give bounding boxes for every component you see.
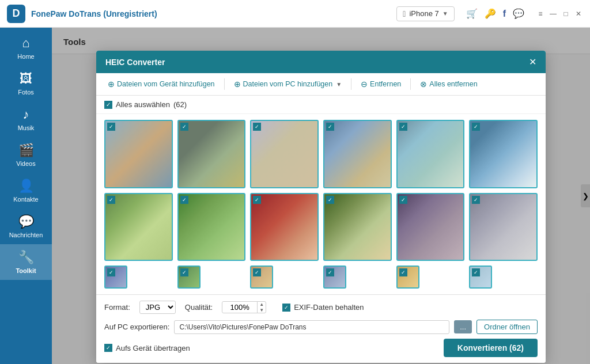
remove-all-x-icon: ⊗ — [420, 79, 427, 89]
photo-cell-8[interactable] — [177, 193, 246, 261]
photo-cell-11[interactable] — [396, 193, 465, 261]
photo-checkbox-9[interactable] — [253, 196, 261, 204]
sidebar-item-toolkit[interactable]: 🔧 Toolkit — [0, 244, 52, 280]
add-pc-dropdown-icon[interactable]: ▼ — [336, 81, 342, 88]
transfer-row: Aufs Gerät übertragen Konvertieren (62) — [104, 339, 538, 357]
photo-cell-1[interactable] — [104, 120, 173, 188]
photo-cell-4[interactable] — [323, 120, 392, 188]
quality-input[interactable] — [222, 302, 257, 313]
photo-checkbox-4[interactable] — [326, 123, 334, 131]
toolkit-icon: 🔧 — [18, 250, 34, 265]
photo-grid-container[interactable] — [96, 114, 546, 294]
sidebar-item-home[interactable]: ⌂ Home — [0, 30, 52, 66]
photo-cell-15[interactable] — [250, 266, 273, 289]
export-path-input[interactable] — [174, 320, 449, 334]
videos-icon: 🎬 — [18, 143, 34, 158]
add-from-pc-button[interactable]: ⊕ Dateien vom PC hinzufügen ▼ — [230, 78, 346, 90]
photo-checkbox-6[interactable] — [472, 123, 480, 131]
window-controls: ≡ — □ ✕ — [536, 9, 583, 18]
photo-checkbox-10[interactable] — [326, 196, 334, 204]
photo-cell-12[interactable] — [469, 193, 538, 261]
photo-cell-10[interactable] — [323, 193, 392, 261]
photo-checkbox-13[interactable] — [107, 268, 115, 276]
title-bar: D FonePaw DoTrans (Unregistriert)  iPho… — [0, 0, 590, 28]
modal-title: HEIC Converter — [105, 58, 165, 67]
photo-checkbox-16[interactable] — [326, 268, 334, 276]
facebook-icon[interactable]: f — [503, 9, 506, 19]
photo-checkbox-14[interactable] — [180, 268, 188, 276]
modal-close-button[interactable]: ✕ — [529, 56, 536, 67]
photo-checkbox-11[interactable] — [399, 196, 407, 204]
photo-checkbox-17[interactable] — [399, 268, 407, 276]
nachrichten-icon: 💬 — [18, 214, 34, 229]
sidebar-item-nachrichten[interactable]: 💬 Nachrichten — [0, 208, 52, 244]
photo-cell-9[interactable] — [250, 193, 319, 261]
maximize-button[interactable]: □ — [561, 9, 570, 18]
sidebar-label-nachrichten: Nachrichten — [9, 232, 43, 238]
photo-checkbox-3[interactable] — [253, 123, 261, 131]
add-from-device-button[interactable]: ⊕ Dateien vom Gerät hinzufügen — [104, 78, 218, 90]
quality-spin-up[interactable]: ▲ — [259, 302, 264, 308]
sidebar-label-videos: Videos — [16, 160, 35, 167]
menu-button[interactable]: ≡ — [536, 9, 545, 18]
add-device-plus-icon: ⊕ — [108, 79, 115, 89]
cart-icon[interactable]: 🛒 — [466, 8, 478, 19]
photo-checkbox-1[interactable] — [107, 123, 115, 131]
fotos-icon: 🖼 — [20, 71, 32, 86]
sidebar-item-musik[interactable]: ♪ Musik — [0, 101, 52, 137]
photo-checkbox-12[interactable] — [472, 196, 480, 204]
sidebar-item-videos[interactable]: 🎬 Videos — [0, 137, 52, 173]
photo-checkbox-5[interactable] — [399, 123, 407, 131]
photo-cell-6[interactable] — [469, 120, 538, 188]
close-button[interactable]: ✕ — [574, 9, 583, 18]
sidebar-label-musik: Musik — [18, 124, 35, 131]
add-pc-plus-icon: ⊕ — [234, 79, 241, 89]
device-name: iPhone 7 — [409, 9, 438, 18]
exif-checkbox[interactable] — [282, 304, 290, 312]
transfer-label: Aufs Gerät übertragen — [104, 344, 190, 352]
remove-all-label: Alles entfernen — [429, 80, 477, 88]
photo-checkbox-15[interactable] — [253, 268, 261, 276]
photo-checkbox-7[interactable] — [107, 196, 115, 204]
toolbar-separator-1 — [224, 78, 225, 90]
transfer-checkbox[interactable] — [104, 344, 112, 352]
exif-label: EXIF-Daten behalten — [294, 303, 364, 312]
format-select[interactable]: JPG PNG TIFF — [139, 301, 176, 314]
exif-row: EXIF-Daten behalten — [282, 303, 364, 312]
add-device-label: Dateien vom Gerät hinzufügen — [117, 80, 215, 88]
photo-cell-16[interactable] — [323, 266, 346, 289]
open-folder-button[interactable]: Ordner öffnen — [476, 320, 538, 334]
photo-cell-13[interactable] — [104, 266, 127, 289]
remove-all-button[interactable]: ⊗ Alles entfernen — [417, 78, 481, 90]
convert-button[interactable]: Konvertieren (62) — [444, 339, 538, 357]
sidebar: ⌂ Home 🖼 Fotos ♪ Musik 🎬 Videos 👤 Kontak… — [0, 28, 52, 364]
sidebar-label-fotos: Fotos — [18, 89, 34, 96]
device-selector[interactable]:  iPhone 7 ▼ — [396, 6, 454, 21]
photo-checkbox-8[interactable] — [180, 196, 188, 204]
minimize-button[interactable]: — — [549, 9, 558, 18]
chevron-down-icon: ▼ — [442, 10, 448, 17]
photo-cell-7[interactable] — [104, 193, 173, 261]
photo-cell-2[interactable] — [177, 120, 246, 188]
main-layout: ⌂ Home 🖼 Fotos ♪ Musik 🎬 Videos 👤 Kontak… — [0, 28, 590, 364]
photo-cell-14[interactable] — [177, 266, 201, 289]
sidebar-item-fotos[interactable]: 🖼 Fotos — [0, 66, 52, 101]
photo-cell-18[interactable] — [469, 266, 492, 289]
browse-button[interactable]: ... — [454, 320, 472, 333]
key-icon[interactable]: 🔑 — [485, 8, 496, 19]
photo-checkbox-18[interactable] — [472, 268, 480, 276]
chat-icon[interactable]: 💬 — [513, 8, 524, 19]
photo-cell-3[interactable] — [250, 120, 319, 188]
photo-checkbox-2[interactable] — [180, 123, 188, 131]
photo-cell-5[interactable] — [396, 120, 465, 188]
select-all-checkbox[interactable]: Alles auswählen (62) — [104, 100, 187, 109]
modal-overlay: HEIC Converter ✕ ⊕ Dateien vom Gerät hin… — [52, 28, 590, 364]
quality-spin-down[interactable]: ▼ — [259, 308, 264, 313]
kontakte-icon: 👤 — [18, 179, 34, 194]
remove-label: Entfernen — [370, 80, 401, 88]
sidebar-item-kontakte[interactable]: 👤 Kontakte — [0, 173, 52, 208]
photo-cell-17[interactable] — [396, 266, 419, 289]
remove-button[interactable]: ⊖ Entfernen — [357, 78, 404, 90]
quality-spinners: ▲ ▼ — [257, 302, 266, 313]
select-all-checkmark — [104, 101, 112, 109]
